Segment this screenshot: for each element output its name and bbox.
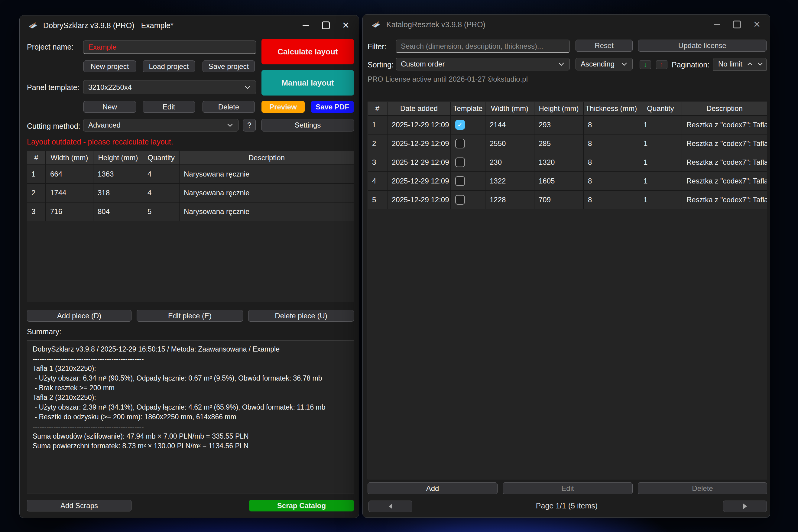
template-checkbox[interactable] <box>455 195 465 205</box>
cell-qty[interactable]: 4 <box>143 165 179 183</box>
delete-template-button[interactable]: Delete <box>203 101 255 113</box>
template-checkbox[interactable] <box>455 139 465 148</box>
spin-up-icon[interactable] <box>747 62 753 66</box>
cell-height[interactable]: 804 <box>93 203 143 221</box>
col-header[interactable]: Height (mm) <box>93 151 143 165</box>
cell-num[interactable]: 5 <box>368 191 387 209</box>
search-input[interactable] <box>396 40 570 53</box>
add-scrap-button[interactable]: Add <box>367 482 497 494</box>
cell-num[interactable]: 2 <box>368 134 387 153</box>
update-license-button[interactable]: Update license <box>638 40 766 52</box>
cell-template[interactable] <box>451 116 485 134</box>
cell-date[interactable]: 2025-12-29 12:09 <box>387 153 450 171</box>
cell-num[interactable]: 2 <box>27 184 45 202</box>
cell-height[interactable]: 1363 <box>93 165 143 183</box>
delete-scrap-button[interactable]: Delete <box>638 482 767 494</box>
cell-num[interactable]: 1 <box>27 165 45 183</box>
cell-width[interactable]: 664 <box>46 165 93 183</box>
cell-desc[interactable]: Narysowana ręcznie <box>179 184 354 202</box>
cell-template[interactable] <box>451 172 485 190</box>
minimize-button[interactable] <box>707 16 727 33</box>
cell-desc[interactable]: Resztka z "codex7": Tafla 1 <box>682 116 767 134</box>
cell-desc[interactable]: Resztka z "codex7": Tafla 2 <box>682 153 767 171</box>
template-checkbox[interactable] <box>455 157 465 167</box>
save-pdf-button[interactable]: Save PDF <box>311 101 354 113</box>
cell-qty[interactable]: 1 <box>639 153 682 171</box>
reset-button[interactable]: Reset <box>575 40 633 52</box>
next-page-button[interactable] <box>723 500 767 512</box>
cell-height[interactable]: 318 <box>93 184 143 202</box>
cell-date[interactable]: 2025-12-29 12:09 <box>387 191 450 209</box>
template-checkbox[interactable] <box>455 120 465 130</box>
cell-template[interactable] <box>451 134 485 153</box>
cell-desc[interactable]: Resztka z "codex7": Tafla 3 <box>682 172 767 190</box>
cell-date[interactable]: 2025-12-29 12:09 <box>387 116 450 134</box>
col-header[interactable]: Description <box>682 102 767 115</box>
col-header[interactable]: Thickness (mm) <box>584 102 639 115</box>
scrap-catalog-button[interactable]: Scrap Catalog <box>249 500 354 511</box>
cell-qty[interactable]: 1 <box>639 191 682 209</box>
edit-piece-button[interactable]: Edit piece (E) <box>137 310 243 322</box>
cell-qty[interactable]: 1 <box>639 116 682 134</box>
panel-template-select[interactable]: 3210x2250x4 <box>83 80 256 94</box>
cell-num[interactable]: 1 <box>368 116 387 134</box>
edit-template-button[interactable]: Edit <box>143 101 195 113</box>
cell-desc[interactable]: Resztka z "codex7": Tafla 3 <box>682 191 767 209</box>
left-titlebar[interactable]: DobrySzklarz v3.9.8 (PRO) - Example* ✕ <box>20 15 359 35</box>
col-header[interactable]: Template <box>451 102 485 115</box>
col-header[interactable]: Quantity <box>639 102 682 115</box>
close-button[interactable]: ✕ <box>336 17 356 34</box>
col-header[interactable]: Width (mm) <box>46 151 93 165</box>
pagination-spinner[interactable]: No limit <box>713 58 766 71</box>
cell-thickness[interactable]: 8 <box>584 134 639 153</box>
edit-scrap-button[interactable]: Edit <box>503 482 633 494</box>
cell-thickness[interactable]: 8 <box>584 116 639 134</box>
cell-height[interactable]: 1605 <box>534 172 583 190</box>
close-button[interactable]: ✕ <box>747 16 767 33</box>
delete-piece-button[interactable]: Delete piece (U) <box>248 310 354 322</box>
template-checkbox[interactable] <box>455 176 465 186</box>
col-header[interactable]: Description <box>179 151 354 165</box>
cell-desc[interactable]: Narysowana ręcznie <box>179 203 354 221</box>
cell-height[interactable]: 709 <box>534 191 583 209</box>
cell-height[interactable]: 285 <box>534 134 583 153</box>
project-name-input[interactable] <box>83 40 256 54</box>
cell-num[interactable]: 4 <box>368 172 387 190</box>
cell-width[interactable]: 230 <box>486 153 534 171</box>
save-project-button[interactable]: Save project <box>203 60 255 72</box>
minimize-button[interactable] <box>296 17 316 34</box>
cell-height[interactable]: 1320 <box>534 153 583 171</box>
cell-qty[interactable]: 1 <box>639 172 682 190</box>
sorting-select[interactable]: Custom order <box>396 58 570 71</box>
cell-template[interactable] <box>451 191 485 209</box>
cell-width[interactable]: 2144 <box>486 116 534 134</box>
preview-button[interactable]: Preview <box>262 101 305 113</box>
cell-height[interactable]: 293 <box>534 116 583 134</box>
cutting-method-select[interactable]: Advanced <box>83 119 239 132</box>
cell-num[interactable]: 3 <box>368 153 387 171</box>
move-up-button[interactable]: ↑ <box>656 60 667 69</box>
col-header[interactable]: Height (mm) <box>534 102 583 115</box>
cell-thickness[interactable]: 8 <box>584 153 639 171</box>
cell-qty[interactable]: 5 <box>143 203 179 221</box>
cell-width[interactable]: 1744 <box>46 184 93 202</box>
summary-box[interactable]: DobrySzklarz v3.9.8 / 2025-12-29 16:50:1… <box>27 340 354 494</box>
cell-desc[interactable]: Resztka z "codex7": Tafla 2 <box>682 134 767 153</box>
calculate-layout-button[interactable]: Calculate layout <box>262 39 354 64</box>
col-header[interactable]: Date added <box>387 102 450 115</box>
cell-width[interactable]: 1322 <box>486 172 534 190</box>
col-header[interactable]: # <box>27 151 45 165</box>
col-header[interactable]: Width (mm) <box>486 102 534 115</box>
new-template-button[interactable]: New <box>83 101 136 113</box>
cell-width[interactable]: 1228 <box>486 191 534 209</box>
add-piece-button[interactable]: Add piece (D) <box>27 310 132 322</box>
move-down-button[interactable]: ↓ <box>640 60 651 69</box>
cell-template[interactable] <box>451 153 485 171</box>
col-header[interactable]: Quantity <box>143 151 179 165</box>
cell-width[interactable]: 2550 <box>486 134 534 153</box>
cell-thickness[interactable]: 8 <box>584 172 639 190</box>
maximize-button[interactable] <box>727 16 747 33</box>
right-titlebar[interactable]: KatalogResztek v3.9.8 (PRO) ✕ <box>363 15 770 35</box>
cell-width[interactable]: 716 <box>46 203 93 221</box>
add-scraps-button[interactable]: Add Scraps <box>27 500 132 511</box>
